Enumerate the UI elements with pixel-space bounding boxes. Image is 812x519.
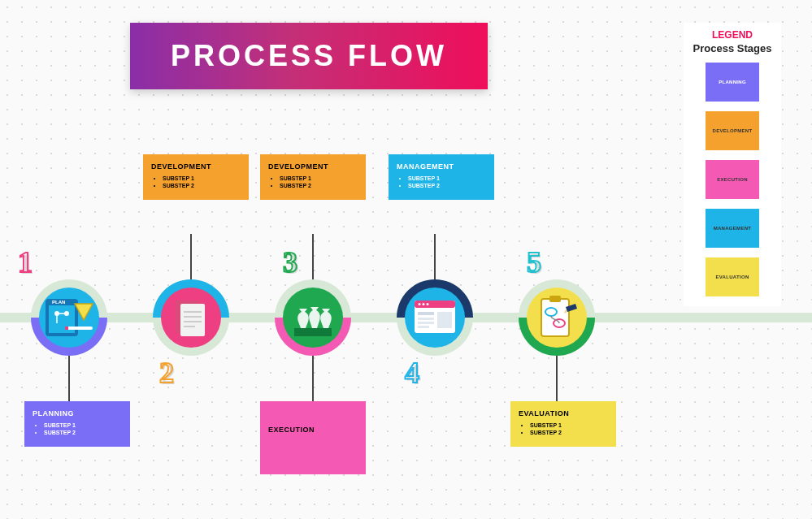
card-title: EVALUATION: [519, 409, 608, 417]
svg-rect-27: [437, 312, 452, 328]
legend-subtitle: Process Stages: [690, 42, 775, 54]
card-subs: SUBSTEP 1 SUBSTEP 2: [397, 175, 486, 188]
card-subs: SUBSTEP 1 SUBSTEP 2: [33, 422, 122, 435]
substep: SUBSTEP 1: [530, 422, 608, 428]
card-management: MANAGEMENT SUBSTEP 1 SUBSTEP 2: [389, 154, 494, 200]
step-number-1: 1: [18, 245, 33, 279]
substep: SUBSTEP 2: [280, 183, 358, 188]
connector-line: [556, 356, 558, 401]
card-subs: SUBSTEP 1 SUBSTEP 2: [268, 175, 358, 188]
card-title: DEVELOPMENT: [151, 162, 241, 171]
legend: LEGEND Process Stages PLANNING DEVELOPME…: [684, 23, 781, 306]
substep: SUBSTEP 1: [44, 422, 122, 428]
svg-rect-10: [65, 327, 68, 330]
connector-line: [68, 356, 70, 401]
legend-item-development: DEVELOPMENT: [706, 111, 759, 150]
substep: SUBSTEP 1: [280, 175, 358, 181]
card-development-a: DEVELOPMENT SUBSTEP 1 SUBSTEP 2: [143, 154, 249, 200]
svg-rect-17: [294, 328, 332, 336]
node-core: [161, 288, 221, 348]
svg-rect-26: [418, 326, 429, 328]
card-title: MANAGEMENT: [397, 162, 486, 171]
documents-icon: [161, 288, 221, 348]
planning-icon: PLAN: [39, 288, 99, 348]
card-evaluation: EVALUATION SUBSTEP 1 SUBSTEP 2: [510, 401, 616, 447]
node-planning: PLAN: [31, 279, 107, 356]
browser-window-icon: [405, 288, 465, 348]
clipboard-review-icon: [527, 288, 587, 348]
node-evaluation: [519, 279, 595, 356]
node-core: [283, 288, 343, 348]
svg-rect-25: [418, 322, 434, 324]
substep: SUBSTEP 2: [163, 183, 241, 188]
substep: SUBSTEP 1: [408, 175, 486, 181]
legend-item-evaluation: EVALUATION: [706, 257, 759, 296]
card-execution: EXECUTION: [260, 401, 366, 474]
title-banner: PROCESS FLOW: [130, 23, 488, 89]
step-number-2: 2: [159, 356, 174, 390]
card-title: EXECUTION: [268, 426, 358, 434]
svg-point-22: [427, 303, 429, 305]
node-core: [405, 288, 465, 348]
node-core: [527, 288, 587, 348]
substep: SUBSTEP 2: [44, 430, 122, 435]
legend-item-planning: PLANNING: [706, 63, 759, 102]
legend-item-execution: EXECUTION: [706, 160, 759, 199]
step-number-3: 3: [283, 245, 297, 279]
svg-point-21: [423, 303, 425, 305]
title-text: PROCESS FLOW: [171, 39, 447, 73]
substep: SUBSTEP 2: [530, 430, 608, 435]
svg-rect-12: [180, 304, 205, 336]
legend-title: LEGEND: [690, 29, 775, 41]
card-title: PLANNING: [33, 409, 122, 417]
card-development-b: DEVELOPMENT SUBSTEP 1 SUBSTEP 2: [260, 154, 366, 200]
node-core: PLAN: [39, 288, 99, 348]
chess-icon: [283, 288, 343, 348]
card-title: DEVELOPMENT: [268, 162, 358, 171]
step-number-5: 5: [527, 245, 541, 279]
svg-rect-23: [418, 312, 434, 315]
step-number-4: 4: [405, 356, 419, 390]
connector-line: [434, 234, 436, 279]
node-execution: [275, 279, 351, 356]
substep: SUBSTEP 1: [163, 175, 241, 181]
connector-line-up: [312, 234, 314, 279]
legend-item-management: MANAGEMENT: [706, 209, 759, 248]
connector-line: [312, 356, 314, 401]
substep: SUBSTEP 2: [408, 183, 486, 188]
node-development: [153, 279, 229, 356]
node-management: [397, 279, 473, 356]
svg-point-20: [419, 303, 421, 305]
card-subs: SUBSTEP 1 SUBSTEP 2: [519, 422, 608, 435]
card-subs: SUBSTEP 1 SUBSTEP 2: [151, 175, 241, 188]
svg-rect-28: [541, 299, 569, 336]
svg-text:PLAN: PLAN: [52, 300, 65, 305]
card-planning: PLANNING SUBSTEP 1 SUBSTEP 2: [24, 401, 130, 447]
svg-rect-24: [418, 318, 434, 320]
svg-rect-29: [549, 296, 561, 302]
connector-line: [190, 234, 192, 279]
